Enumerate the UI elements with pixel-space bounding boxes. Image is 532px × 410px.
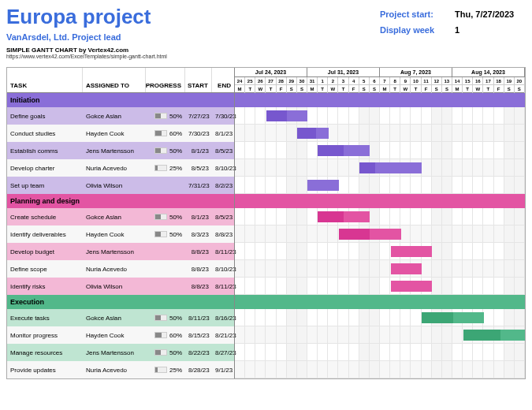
task-start-cell: 7/30/23 [185,130,212,137]
gantt-bar[interactable] [463,330,525,341]
dow-cell: T [463,85,473,93]
gantt-bar[interactable] [391,281,433,292]
dow-cell: T [245,85,255,93]
gantt-bar-progress [339,229,370,240]
calendar-row [235,159,525,177]
task-end-cell: 8/5/23 [212,147,234,155]
task-name-cell: Conduct studies [7,130,83,137]
gantt-grid: TASK ASSIGNED TO PROGRESS START END Init… [6,67,526,379]
gantt-bar[interactable] [359,162,422,173]
gantt-bar[interactable] [318,145,370,156]
dow-cell: S [359,85,370,93]
task-row[interactable]: Conduct studiesHayden Cook60%7/30/238/1/… [7,125,234,142]
task-assigned-cell: Jens Martensson [83,147,146,155]
task-end-cell: 8/21/23 [212,332,234,339]
task-row[interactable]: Monitor progressHayden Cook60%8/15/238/2… [7,326,234,344]
day-number-cell: 17 [483,77,493,85]
task-assigned-cell: Olivia Wilson [83,182,146,189]
progress-bar [154,165,167,171]
dow-cell: F [349,85,359,93]
day-number-cell: 19 [504,77,515,85]
task-name-cell: Identify risks [7,283,83,290]
task-end-cell: 7/30/23 [212,113,234,120]
dow-cell: S [287,85,297,93]
task-assigned-cell: Jens Martensson [83,349,146,356]
dow-cell: F [277,85,287,93]
task-assigned-cell: Gokce Aslan [83,214,146,221]
task-name-cell: Establish comms [7,147,83,155]
task-row[interactable]: Provide updatesNuria Acevedo25%8/28/239/… [7,361,234,378]
day-number-cell: 24 [235,77,245,85]
task-assigned-cell: Jens Martensson [83,248,146,255]
task-row[interactable]: Execute tasksGokce Aslan50%8/11/238/16/2… [7,309,234,326]
task-row[interactable]: Establish commsJens Martensson50%8/1/238… [7,142,234,159]
progress-text: 50% [169,214,182,221]
dow-cell: W [473,85,483,93]
task-end-cell: 8/10/23 [212,266,234,273]
task-name-cell: Execute tasks [7,315,83,322]
col-task: TASK [7,68,83,92]
day-number-cell: 31 [307,77,318,85]
gantt-bar[interactable] [307,180,339,191]
task-name-cell: Monitor progress [7,332,83,339]
gantt-bar[interactable] [391,246,433,257]
dow-cell: W [255,85,266,93]
day-number-cell: 9 [400,77,411,85]
week-header-cell: Jul 24, 2023 [235,68,307,77]
task-name-cell: Identify deliverables [7,231,83,238]
task-row[interactable]: Identify risksOlivia Wilson8/8/238/11/23 [7,278,234,295]
gantt-bar-progress [359,162,375,173]
task-start-cell: 8/5/23 [185,165,212,172]
task-progress-cell: 50% [146,214,185,221]
task-row[interactable]: Define scopeNuria Acevedo8/8/238/10/23 [7,260,234,278]
task-assigned-cell: Hayden Cook [83,332,146,339]
task-start-cell: 8/15/23 [185,332,212,339]
task-row[interactable]: Develop charterNuria Acevedo25%8/5/238/1… [7,159,234,177]
gantt-bar[interactable] [339,229,401,240]
gantt-bar[interactable] [318,211,370,222]
task-row[interactable]: Develop budgetJens Martensson8/8/238/11/… [7,243,234,260]
phase-header: Execution [7,295,234,309]
task-row[interactable]: Identify deliverablesHayden Cook50%8/3/2… [7,226,234,243]
day-number-cell: 16 [473,77,483,85]
task-assigned-cell: Hayden Cook [83,130,146,137]
task-row[interactable]: Create scheduleGokce Aslan50%8/1/238/5/2… [7,208,234,226]
day-number-cell: 8 [390,77,400,85]
gantt-bar[interactable] [422,312,484,323]
task-assigned-cell: Nuria Acevedo [83,266,146,273]
dow-cell: S [442,85,452,93]
task-progress-cell: 50% [146,113,185,120]
task-row[interactable]: Define goalsGokce Aslan50%7/27/237/30/23 [7,107,234,125]
task-name-cell: Provide updates [7,367,83,374]
progress-text: 25% [169,367,182,374]
dow-cell: F [422,85,432,93]
week-header-cell: Aug 14, 2023 [452,68,525,77]
task-start-cell: 8/8/23 [185,283,212,290]
display-week-value[interactable]: 1 [455,25,526,35]
col-start: START [185,68,212,92]
phase-header: Initiation [7,93,234,107]
task-name-cell: Manage resources [7,349,83,356]
calendar-row [235,278,525,295]
task-assigned-cell: Gokce Aslan [83,113,146,120]
task-end-cell: 8/16/23 [212,315,234,322]
dow-cell: M [235,85,245,93]
day-number-cell: 12 [432,77,442,85]
progress-bar [154,231,167,237]
task-progress-cell: 50% [146,349,185,356]
task-row[interactable]: Manage resourcesJens Martensson50%8/22/2… [7,344,234,361]
task-row[interactable]: Set up teamOlivia Wilson7/31/238/2/23 [7,177,234,194]
task-progress-cell: 50% [146,231,185,238]
task-start-cell: 8/22/23 [185,349,212,356]
task-name-cell: Define goals [7,113,83,120]
task-end-cell: 8/5/23 [212,214,234,221]
calendar-row [235,309,525,326]
task-progress-cell: 25% [146,165,185,172]
gantt-bar[interactable] [391,263,422,274]
progress-text: 50% [169,147,182,155]
gantt-bar[interactable] [297,128,329,139]
gantt-bar[interactable] [266,110,308,121]
gantt-bar-progress [297,128,316,139]
dow-cell: W [328,85,338,93]
dow-cell: W [400,85,411,93]
